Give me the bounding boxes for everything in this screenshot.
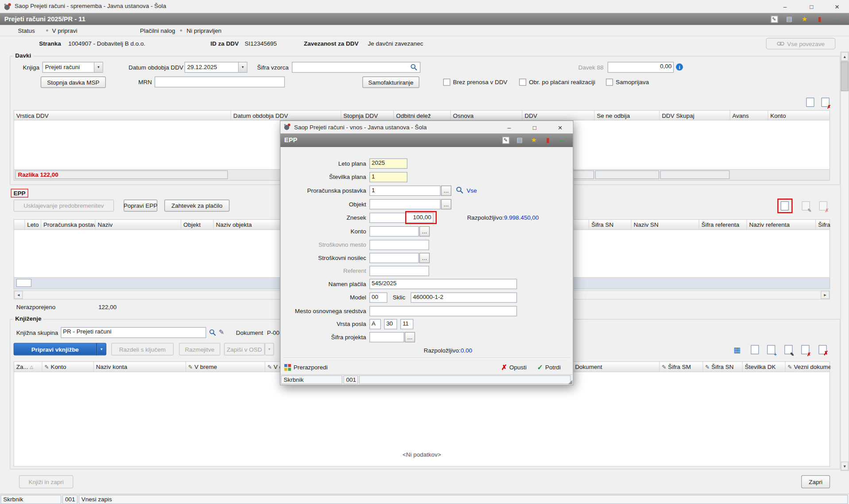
search-icon[interactable] — [209, 329, 217, 336]
column-header[interactable]: ✎Šifra SN — [703, 362, 742, 372]
prenos-grid-icon[interactable]: ▦ — [733, 345, 742, 354]
column-header[interactable]: Se ne odbija — [594, 111, 659, 120]
column-header[interactable]: Odbitni delež — [394, 111, 451, 120]
column-header[interactable]: Osnova — [451, 111, 523, 120]
sklic-input[interactable]: 460000-1-2 — [411, 292, 517, 302]
edit-note-icon[interactable]: ✎ — [500, 136, 511, 144]
column-header[interactable]: Šifra SN — [589, 220, 632, 229]
pripravi-vknjizbe-button[interactable]: Pripravi vknjižbe — [14, 343, 97, 355]
epp-edit-row-icon[interactable]: ✎ — [802, 201, 810, 210]
konto-lookup-button[interactable]: … — [419, 226, 430, 236]
dialog-minimize-button[interactable]: – — [497, 121, 521, 133]
pripravi-vknjizbe-dropdown[interactable]: ▼ — [97, 343, 106, 355]
razmejitve-button[interactable]: Razmejitve — [179, 343, 220, 355]
mrn-input[interactable] — [155, 77, 285, 88]
column-header[interactable]: DDV — [523, 111, 595, 120]
column-header[interactable]: Naziv SN — [632, 220, 699, 229]
epp-new-row-icon[interactable] — [781, 201, 789, 210]
column-header[interactable]: Datum obdobja DDV — [231, 111, 341, 120]
vrsta-posla-input-2[interactable]: 30 — [384, 319, 397, 329]
davek88-field[interactable]: 0,00 — [608, 62, 674, 73]
stopnja-davka-msp-button[interactable]: Stopnja davka MSP — [41, 77, 106, 88]
column-header[interactable]: Številka DK — [743, 362, 786, 372]
help-book-icon[interactable]: ▮ — [543, 136, 553, 144]
column-header[interactable]: Stopnja DDV — [341, 111, 394, 120]
opusti-button[interactable]: ✗ Opusti — [501, 362, 527, 373]
column-header[interactable]: Naziv — [96, 220, 182, 229]
exit-icon[interactable]: → — [557, 136, 567, 144]
leto-plana-field[interactable]: 2025 — [369, 159, 407, 169]
epp-row-edit-cell[interactable] — [16, 279, 31, 287]
konto-input[interactable] — [369, 226, 419, 236]
records-icon[interactable]: ▤ — [784, 15, 795, 23]
objekt-input[interactable] — [369, 199, 440, 209]
znesek-input[interactable]: 100,00 — [369, 213, 434, 223]
column-header[interactable]: Naziv referenta — [747, 220, 816, 229]
chevron-down-icon[interactable]: ▼ — [238, 62, 247, 72]
knjizba-edit-icon[interactable]: ✎ — [784, 345, 792, 354]
namen-placila-input[interactable]: 545/2025 — [369, 279, 517, 289]
search-icon[interactable] — [456, 186, 464, 194]
column-header[interactable]: Leto — [25, 220, 41, 229]
column-header[interactable] — [14, 220, 25, 229]
column-header[interactable]: Naziv konta — [94, 362, 186, 372]
maximize-button[interactable]: □ — [799, 0, 824, 13]
main-vertical-scrollbar[interactable]: ▲ ▼ — [840, 51, 849, 471]
scroll-down-icon[interactable]: ▼ — [841, 461, 849, 470]
prerazporedi-button[interactable]: Prerazporedi — [284, 362, 328, 373]
potrdi-button[interactable]: ✓ Potrdi — [537, 362, 561, 373]
brez-prenosa-checkbox[interactable] — [443, 79, 450, 86]
knjizba-copy-icon[interactable]: + — [767, 345, 775, 354]
vrsta-posla-input-1[interactable]: A — [369, 319, 381, 329]
zapri-button[interactable]: Zapri — [801, 475, 830, 488]
minimize-button[interactable]: – — [772, 0, 797, 13]
column-header[interactable]: ✎Šifra SM — [659, 362, 703, 372]
vrsta-posla-input-3[interactable]: 11 — [400, 319, 413, 329]
stroskovni-nosilec-input[interactable] — [369, 253, 419, 263]
column-header[interactable]: Konto — [768, 111, 830, 120]
favorite-star-icon[interactable]: ★ — [528, 136, 539, 144]
exit-icon[interactable]: → — [830, 15, 840, 23]
column-header[interactable]: Objekt — [181, 220, 213, 229]
vse-link[interactable]: Vse — [466, 187, 477, 194]
chevron-down-icon[interactable]: ▼ — [94, 62, 103, 72]
knjizba-delete-all-icon[interactable]: ✗ — [818, 345, 826, 354]
stevilka-plana-field[interactable]: 1 — [369, 172, 407, 182]
knjizba-delete-icon[interactable]: ✗ — [801, 345, 809, 354]
samofakturiranje-button[interactable]: Samofakturiranje — [362, 77, 419, 88]
knjizna-skupina-input[interactable]: PR - Prejeti računi — [61, 327, 206, 338]
sifra-vzorca-input[interactable] — [292, 62, 420, 73]
scroll-up-icon[interactable]: ▲ — [841, 52, 849, 61]
dialog-maximize-button[interactable]: □ — [523, 121, 547, 133]
model-input[interactable]: 00 — [369, 292, 387, 302]
ddv-new-row-icon[interactable] — [806, 98, 814, 107]
help-book-icon[interactable]: ▮ — [814, 15, 825, 23]
zahtevek-za-placilo-button[interactable]: Zahtevek za plačilo — [164, 200, 229, 212]
epp-delete-row-icon[interactable]: ✗ — [819, 201, 827, 210]
zapisi-v-osd-button[interactable]: Zapiši v OSD — [224, 343, 265, 355]
column-header[interactable]: Za...△ — [14, 362, 43, 372]
column-header[interactable]: ✎Vezni dokument — [786, 362, 831, 372]
column-header[interactable]: ✎V breme — [186, 362, 265, 372]
zapisi-v-osd-dropdown[interactable]: ▼ — [265, 343, 274, 355]
razdeli-s-kljucem-button[interactable]: Razdeli s ključem — [111, 343, 174, 355]
scrollbar-thumb[interactable] — [841, 61, 849, 91]
scroll-right-icon[interactable]: ► — [821, 291, 830, 299]
knjizbe-table-body[interactable]: <Ni podatkov> — [14, 372, 830, 466]
knjiga-combobox[interactable]: Prejeti računi ▼ — [43, 62, 103, 73]
search-icon[interactable] — [410, 63, 418, 71]
sifra-projekta-input[interactable] — [369, 332, 404, 342]
mesto-os-input[interactable] — [369, 306, 517, 316]
obr-realizacija-checkbox[interactable] — [519, 79, 526, 86]
column-header[interactable]: Avans — [730, 111, 768, 120]
objekt-lookup-button[interactable]: … — [441, 199, 451, 209]
resize-grip-icon[interactable]: ◢ — [568, 379, 572, 384]
favorite-star-icon[interactable]: ★ — [799, 15, 810, 23]
edit-note-icon[interactable]: ✎ — [769, 15, 779, 23]
close-button[interactable]: × — [825, 0, 849, 13]
dialog-close-button[interactable]: × — [548, 121, 572, 133]
column-header[interactable]: ✎Konto — [43, 362, 94, 372]
column-header[interactable]: Proračunska postavka — [41, 220, 95, 229]
usklajevanje-button[interactable]: Usklajevanje predobremenitev — [14, 200, 114, 212]
edit-pencil-icon[interactable]: ✎ — [219, 328, 224, 336]
